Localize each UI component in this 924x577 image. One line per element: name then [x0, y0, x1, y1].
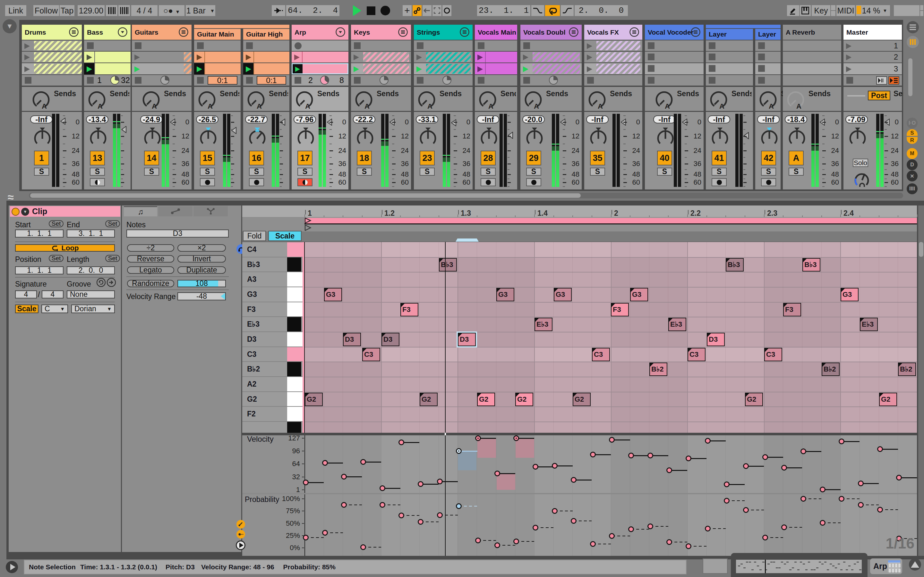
svg-text:A: A	[257, 102, 262, 109]
svg-text:A: A	[208, 102, 213, 109]
svg-text:A: A	[427, 102, 433, 109]
svg-text:A: A	[42, 102, 47, 109]
svg-text:A: A	[719, 102, 724, 109]
svg-text:A: A	[97, 102, 103, 109]
svg-text:A: A	[365, 102, 370, 109]
svg-text:A: A	[305, 102, 310, 109]
svg-text:A: A	[152, 102, 157, 109]
svg-text:A: A	[488, 102, 493, 109]
svg-text:A: A	[796, 102, 801, 109]
svg-text:A: A	[598, 102, 603, 109]
svg-text:A: A	[665, 102, 670, 109]
svg-text:A: A	[534, 102, 539, 109]
svg-text:A: A	[769, 102, 774, 109]
